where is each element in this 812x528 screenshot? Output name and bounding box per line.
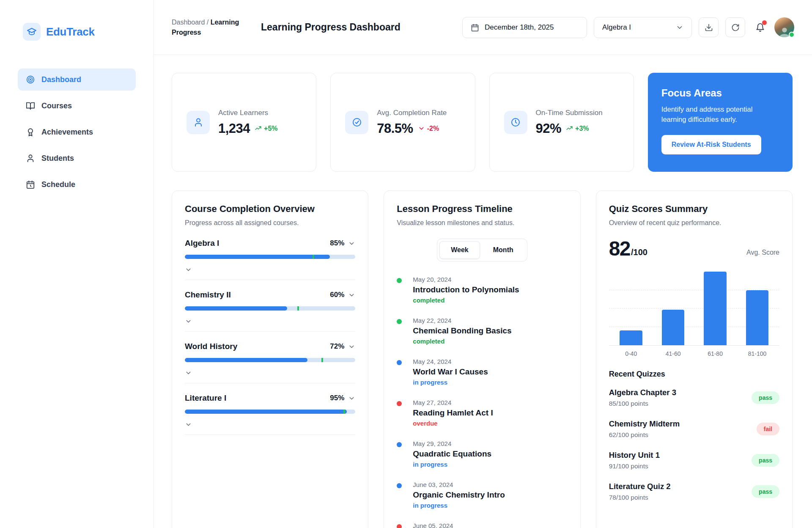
- quiz-row: Chemistry Midterm 62/100 points fail: [609, 419, 779, 439]
- timeline-item: May 20, 2024 Introduction to Polynomials…: [397, 276, 567, 304]
- chart-bar: [746, 290, 768, 346]
- target-marker: [343, 410, 345, 414]
- lesson-timeline-panel: Lesson Progress Timeline Visualize lesso…: [384, 190, 580, 528]
- chart-bar: [620, 330, 642, 345]
- quiz-row: Literature Quiz 2 78/100 points pass: [609, 482, 779, 501]
- toggle-month-button[interactable]: Month: [482, 241, 525, 259]
- user-icon: [26, 154, 35, 163]
- user-icon: [187, 111, 210, 134]
- timeline-date: May 24, 2024: [413, 358, 567, 365]
- chevron-down-icon[interactable]: [348, 395, 355, 402]
- course-percent: 60%: [330, 291, 355, 299]
- chart-category-label: 81-100: [738, 350, 776, 357]
- stat-delta: +3%: [566, 125, 589, 132]
- sidebar-item-achievements[interactable]: Achievements: [18, 121, 136, 143]
- trending-up-icon: [255, 125, 262, 132]
- panel-title: Lesson Progress Timeline: [397, 204, 567, 214]
- timeline-item: May 22, 2024 Chemical Bonding Basics com…: [397, 317, 567, 345]
- breadcrumb-separator: /: [207, 19, 208, 26]
- stat-label: Avg. Completion Rate: [377, 109, 447, 117]
- toggle-week-button[interactable]: Week: [439, 241, 480, 259]
- timeline-title: Chemical Bonding Basics: [413, 326, 567, 336]
- focus-areas-title: Focus Areas: [661, 87, 779, 99]
- sidebar-item-students[interactable]: Students: [18, 147, 136, 169]
- status-dot: [397, 442, 402, 447]
- progress-fill: [185, 358, 307, 362]
- breadcrumb: Dashboard / Learning Progress: [172, 17, 250, 38]
- course-row-world-history: World History 72%: [185, 342, 355, 383]
- quiz-points: 78/100 points: [609, 494, 671, 501]
- course-percent-value: 95%: [330, 394, 344, 402]
- timeline-status: completed: [413, 338, 567, 345]
- clock-icon: [504, 111, 527, 134]
- divider: [185, 383, 355, 383]
- sidebar-item-schedule[interactable]: Schedule: [18, 173, 136, 195]
- chart-category-label: 41-60: [654, 350, 692, 357]
- course-name: Literature I: [185, 393, 226, 403]
- date-picker-value: December 18th, 2025: [485, 23, 554, 32]
- app-window: EduTrack Dashboard Courses Achievements: [0, 0, 812, 528]
- chart-bar: [662, 310, 684, 345]
- stat-delta: +5%: [255, 125, 277, 132]
- course-filter-value: Algebra I: [602, 23, 631, 32]
- course-completion-panel: Course Completion Overview Progress acro…: [172, 190, 368, 528]
- sidebar-item-label: Students: [41, 154, 74, 163]
- date-picker-button[interactable]: December 18th, 2025: [462, 17, 587, 38]
- breadcrumb-dashboard-link[interactable]: Dashboard: [172, 19, 205, 26]
- quiz-row: History Unit 1 91/100 points pass: [609, 451, 779, 470]
- target-icon: [26, 75, 35, 84]
- course-name: World History: [185, 342, 237, 351]
- expand-course-button[interactable]: [185, 318, 192, 325]
- expand-course-button[interactable]: [185, 266, 192, 273]
- course-progress-bar: [185, 306, 355, 311]
- quiz-score-bar-chart: 0-40 41-60 61-80 81-100: [609, 272, 779, 357]
- quiz-name: History Unit 1: [609, 451, 660, 460]
- timeline-title: Organic Chemistry Intro: [413, 490, 567, 500]
- timeline-status: completed: [413, 297, 567, 304]
- progress-fill: [185, 255, 330, 259]
- trending-down-icon: [418, 125, 425, 132]
- timeline-item: May 24, 2024 World War I Causes in progr…: [397, 358, 567, 386]
- panel-subtitle: Overview of recent quiz performance.: [609, 219, 779, 227]
- book-open-icon: [26, 101, 35, 110]
- course-filter-select[interactable]: Algebra I: [594, 17, 692, 38]
- user-avatar[interactable]: [774, 17, 794, 37]
- quiz-name: Literature Quiz 2: [609, 482, 671, 491]
- timeline-title: Introduction to Polynomials: [413, 285, 567, 294]
- header-actions: December 18th, 2025 Algebra I: [462, 17, 794, 38]
- divider: [185, 280, 355, 280]
- refresh-button[interactable]: [725, 17, 745, 37]
- review-at-risk-students-button[interactable]: Review At-Risk Students: [661, 135, 761, 154]
- panel-title: Quiz Scores Summary: [609, 204, 779, 214]
- average-score-total: /100: [631, 248, 647, 259]
- status-dot: [397, 483, 402, 488]
- timeline-title: Quadratic Equations: [413, 449, 567, 459]
- stat-value: 92%: [536, 121, 562, 136]
- top-bar: Dashboard / Learning Progress Learning P…: [154, 0, 812, 55]
- timeline-status: overdue: [413, 420, 567, 427]
- stat-card-active-learners: Active Learners 1,234 +5%: [172, 73, 316, 172]
- average-score-caption: Avg. Score: [746, 249, 779, 259]
- timeline-item: June 03, 2024 Organic Chemistry Intro in…: [397, 481, 567, 509]
- stat-value: 78.5%: [377, 121, 413, 136]
- notifications-button[interactable]: [755, 22, 765, 32]
- sidebar-item-courses[interactable]: Courses: [18, 95, 136, 117]
- expand-course-button[interactable]: [185, 369, 192, 377]
- sidebar-item-label: Achievements: [41, 128, 93, 137]
- expand-course-button[interactable]: [185, 421, 192, 428]
- timeline-status: in progress: [413, 502, 567, 509]
- trending-up-icon: [566, 125, 573, 132]
- chevron-down-icon[interactable]: [348, 343, 355, 350]
- download-button[interactable]: [699, 17, 719, 37]
- stat-delta-value: +3%: [575, 125, 589, 132]
- quiz-points: 91/100 points: [609, 462, 660, 470]
- stat-card-on-time-submission: On-Time Submission 92% +3%: [489, 73, 634, 172]
- course-progress-bar: [185, 358, 355, 362]
- panels-row: Course Completion Overview Progress acro…: [172, 190, 793, 528]
- award-icon: [26, 127, 35, 137]
- chevron-down-icon[interactable]: [348, 292, 355, 299]
- chevron-down-icon[interactable]: [348, 240, 355, 247]
- online-status-dot: [789, 32, 795, 38]
- course-progress-bar: [185, 255, 355, 259]
- sidebar-item-dashboard[interactable]: Dashboard: [18, 69, 136, 91]
